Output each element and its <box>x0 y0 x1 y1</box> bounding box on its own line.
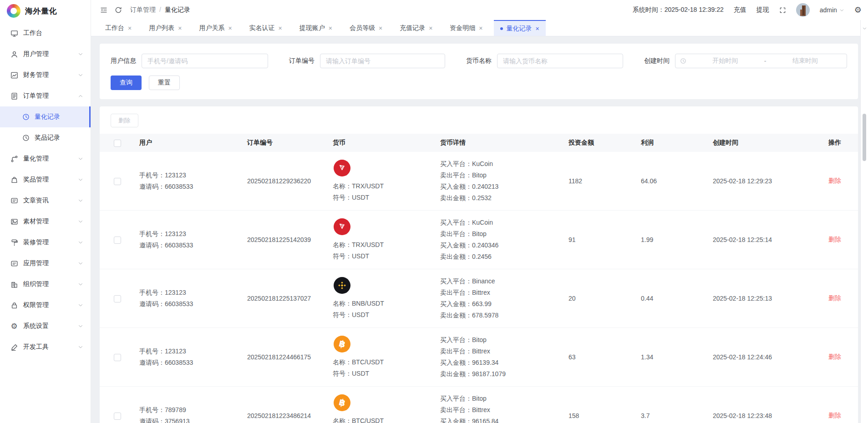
delete-row-link[interactable]: 删除 <box>828 236 841 243</box>
tab-quant-records[interactable]: 量化记录× <box>494 20 546 36</box>
sidebar-item-label: 素材管理 <box>23 217 78 226</box>
content: 用户信息 订单编号 货币名称 创建时间 <box>91 36 860 423</box>
fullscreen-icon[interactable] <box>779 7 786 14</box>
user-menu[interactable]: admin <box>820 6 844 14</box>
vertical-scrollbar-thumb[interactable] <box>863 114 866 161</box>
sidebar-item-label: 量化管理 <box>23 155 78 163</box>
row-checkbox[interactable] <box>114 295 121 302</box>
row-checkbox[interactable] <box>114 178 121 185</box>
row-checkbox[interactable] <box>114 413 121 420</box>
sidebar-subitem-quant-records[interactable]: 量化记录 <box>0 106 91 127</box>
column-header: 投资金额 <box>557 134 629 152</box>
close-icon[interactable]: × <box>429 25 432 31</box>
sidebar-item-label: 用户管理 <box>23 50 78 58</box>
sidebar-subitem-prize-records[interactable]: 奖品记录 <box>0 127 91 148</box>
order-no: 202502181223486214 <box>247 412 311 419</box>
table-header-row: 用户 订单编号 货币 货币详情 投资金额 利润 创建时间 操作 <box>100 134 858 152</box>
profit: 1.34 <box>629 328 701 387</box>
tab-user-relations[interactable]: 用户关系× <box>193 20 238 36</box>
close-icon[interactable]: × <box>128 25 132 31</box>
chevron-down-icon <box>78 51 83 57</box>
close-icon[interactable]: × <box>178 25 182 31</box>
sidebar-item-system-settings[interactable]: ⚙ 系统设置 <box>0 316 91 337</box>
sidebar-item-materials[interactable]: 素材管理 <box>0 211 91 232</box>
search-button[interactable]: 查询 <box>111 76 142 90</box>
filter-order: 订单编号 <box>289 54 445 68</box>
coin-name-input[interactable] <box>497 54 623 68</box>
delete-row-link[interactable]: 删除 <box>828 412 841 419</box>
sidebar-item-prize-management[interactable]: 奖品管理 <box>0 169 91 190</box>
app-icon <box>10 259 18 267</box>
sidebar-item-organization[interactable]: 组织管理 <box>0 274 91 295</box>
reset-button[interactable]: 重置 <box>149 76 180 90</box>
sidebar-item-articles[interactable]: 文章资讯 <box>0 190 91 211</box>
column-header: 货币 <box>321 134 429 152</box>
column-header: 用户 <box>128 134 236 152</box>
sidebar-item-decoration[interactable]: 装修管理 <box>0 232 91 253</box>
brand[interactable]: 海外量化 <box>0 0 91 22</box>
delete-row-link[interactable]: 删除 <box>828 353 841 360</box>
profit: 3.7 <box>629 387 701 423</box>
order-no-input[interactable] <box>320 54 445 68</box>
sidebar-item-permissions[interactable]: 权限管理 <box>0 295 91 316</box>
close-icon[interactable]: × <box>329 25 332 31</box>
sidebar-item-dev-tools[interactable]: 开发工具 <box>0 337 91 358</box>
tab-recharge-records[interactable]: 充值记录× <box>393 20 439 36</box>
tab-member-levels[interactable]: 会员等级× <box>343 20 389 36</box>
invest-amount: 63 <box>557 328 629 387</box>
sidebar-item-user-management[interactable]: 用户管理 <box>0 44 91 65</box>
sidebar-item-label: 工作台 <box>23 29 83 37</box>
sidebar-item-workbench[interactable]: 工作台 <box>0 23 91 44</box>
sidebar-item-finance-management[interactable]: 财务管理 <box>0 65 91 86</box>
close-icon[interactable]: × <box>379 25 382 31</box>
close-icon[interactable]: × <box>279 25 282 31</box>
tab-withdraw-accounts[interactable]: 提现账户× <box>293 20 339 36</box>
tab-kyc[interactable]: 实名认证× <box>243 20 289 36</box>
breadcrumb-parent[interactable]: 订单管理 <box>130 6 156 14</box>
settings-gear-icon[interactable]: ⚙ <box>854 6 862 14</box>
range-separator: - <box>764 57 766 65</box>
chevron-down-icon <box>78 323 83 329</box>
withdraw-link[interactable]: 提现 <box>756 6 769 14</box>
sidebar-menu: 工作台 用户管理 财务管理 订单管理 量化记录 <box>0 22 91 358</box>
row-checkbox[interactable] <box>114 237 121 244</box>
btc-coin-icon: ฿ <box>334 336 350 352</box>
delete-row-link[interactable]: 删除 <box>828 294 841 302</box>
column-header: 创建时间 <box>701 134 817 152</box>
close-icon[interactable]: × <box>536 25 539 32</box>
tab-user-list[interactable]: 用户列表× <box>142 20 188 36</box>
close-icon[interactable]: × <box>479 25 482 31</box>
tab-fund-details[interactable]: 资金明细× <box>443 20 489 36</box>
user-info-input[interactable] <box>142 54 268 68</box>
delete-row-link[interactable]: 删除 <box>828 177 841 184</box>
filter-created-time: 创建时间 开始时间 - 结束时间 <box>644 54 847 68</box>
profit: 64.06 <box>629 152 701 211</box>
select-all-checkbox[interactable] <box>114 140 121 147</box>
table-row: 手机号：123123邀请码：66038533 20250218122514203… <box>100 211 858 269</box>
sidebar-item-applications[interactable]: 应用管理 <box>0 253 91 274</box>
collapse-sidebar-icon[interactable] <box>100 6 107 14</box>
tab-workbench[interactable]: 工作台× <box>99 20 138 36</box>
close-icon[interactable]: × <box>228 25 232 31</box>
user-icon <box>10 50 18 58</box>
chevron-down-icon <box>78 302 83 308</box>
bulk-delete-button[interactable]: 删除 <box>111 114 138 127</box>
filter-user: 用户信息 <box>111 54 268 68</box>
refresh-icon[interactable] <box>115 6 122 14</box>
material-image-icon <box>10 217 18 226</box>
filter-coin: 货币名称 <box>466 54 623 68</box>
table-row: 手机号：123123邀请码：66038533 20250218122446617… <box>100 328 858 387</box>
tab-overflow-chevron-icon[interactable] <box>861 20 868 36</box>
recharge-link[interactable]: 充值 <box>734 6 746 14</box>
btc-coin-icon: ฿ <box>334 394 350 411</box>
chevron-down-icon <box>78 219 83 224</box>
profit: 1.99 <box>629 211 701 269</box>
sidebar-item-order-management[interactable]: 订单管理 <box>0 86 91 106</box>
date-range-input[interactable]: 开始时间 - 结束时间 <box>675 54 847 68</box>
brand-logo-icon <box>7 4 20 18</box>
sidebar-item-quant-management[interactable]: 量化管理 <box>0 148 91 169</box>
row-checkbox[interactable] <box>114 354 121 361</box>
quant-flow-icon <box>10 155 18 163</box>
chevron-down-icon <box>78 344 83 350</box>
avatar[interactable] <box>796 3 810 17</box>
